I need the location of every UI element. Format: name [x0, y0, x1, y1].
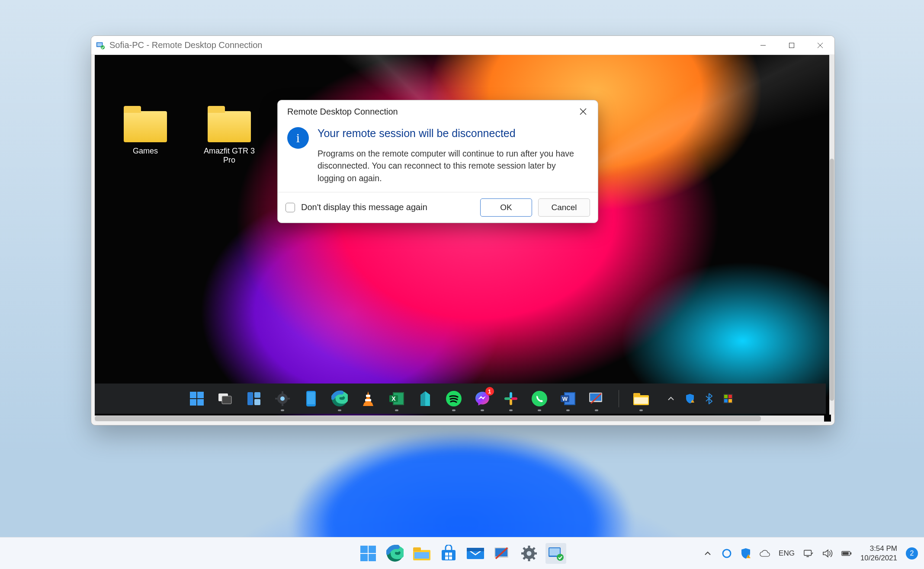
tray-battery-icon[interactable]: [841, 548, 852, 559]
desktop-icon-label: Amazfit GTR 3 Pro: [201, 147, 257, 165]
host-start-button[interactable]: [358, 543, 379, 564]
svg-text:!: !: [748, 555, 749, 558]
tray-date: 10/26/2021: [860, 553, 897, 563]
slack-button[interactable]: [502, 390, 520, 408]
svg-rect-57: [728, 399, 732, 403]
svg-rect-70: [449, 553, 452, 556]
rdp-titlebar[interactable]: Sofia-PC - Remote Desktop Connection: [91, 36, 834, 55]
whatsapp-button[interactable]: [530, 390, 549, 408]
svg-rect-71: [445, 556, 448, 559]
svg-rect-38: [510, 399, 512, 405]
maximize-button[interactable]: [777, 36, 806, 55]
vertical-scrollbar[interactable]: [829, 55, 834, 415]
scroll-thumb[interactable]: [95, 416, 761, 421]
remote-system-tray: !: [666, 393, 733, 404]
svg-rect-10: [197, 399, 204, 406]
vlc-button[interactable]: [359, 390, 377, 408]
dialog-title: Remote Desktop Connection: [287, 107, 398, 117]
svg-rect-14: [254, 392, 260, 398]
tray-cortana-icon[interactable]: [722, 548, 732, 559]
nvidia-icon[interactable]: [723, 393, 733, 404]
svg-rect-60: [360, 546, 368, 553]
svg-marker-28: [363, 403, 373, 406]
tray-volume-icon[interactable]: [822, 548, 833, 559]
host-settings-button[interactable]: [519, 543, 539, 564]
svg-rect-23: [307, 392, 315, 404]
settings-button[interactable]: [273, 390, 292, 408]
office-building-button[interactable]: [416, 390, 434, 408]
messenger-badge: 1: [485, 387, 494, 396]
svg-line-85: [533, 557, 535, 559]
scroll-thumb[interactable]: [830, 159, 834, 401]
remote-taskbar: X 1 W !: [95, 384, 826, 414]
svg-text:X: X: [391, 395, 396, 402]
tray-network-icon[interactable]: [803, 548, 814, 559]
dialog-heading: Your remote session will be disconnected: [318, 127, 577, 140]
svg-rect-12: [222, 396, 231, 404]
desktop-icon-amazfit[interactable]: Amazfit GTR 3 Pro: [201, 111, 257, 165]
chevron-up-icon[interactable]: [666, 393, 676, 404]
svg-rect-69: [445, 553, 448, 556]
dialog-titlebar[interactable]: Remote Desktop Connection: [278, 100, 598, 123]
host-system-tray: ! ENG 3:54 PM 10/26/2021 2: [703, 544, 918, 563]
bluetooth-icon[interactable]: [704, 393, 714, 404]
svg-point-40: [532, 391, 547, 406]
svg-rect-15: [254, 399, 260, 405]
svg-rect-7: [190, 392, 196, 398]
widgets-button[interactable]: [245, 390, 263, 408]
minimize-button[interactable]: [749, 36, 777, 55]
start-button[interactable]: [188, 390, 206, 408]
svg-rect-94: [804, 550, 812, 555]
word-button[interactable]: W: [559, 390, 577, 408]
excel-button[interactable]: X: [388, 390, 406, 408]
host-remote-desktop-running[interactable]: [545, 543, 566, 564]
close-button[interactable]: [806, 36, 834, 55]
svg-text:W: W: [562, 396, 568, 402]
svg-point-17: [280, 396, 285, 401]
tray-security-icon[interactable]: !: [741, 548, 751, 559]
edge-button[interactable]: [330, 390, 349, 408]
your-phone-button[interactable]: [302, 390, 320, 408]
dialog-close-button[interactable]: [574, 103, 592, 120]
svg-rect-67: [414, 552, 429, 559]
host-store-button[interactable]: [438, 543, 459, 564]
spotify-button[interactable]: [445, 390, 463, 408]
cancel-button[interactable]: Cancel: [538, 198, 590, 217]
ok-button[interactable]: OK: [480, 198, 532, 217]
horizontal-scrollbar[interactable]: [95, 416, 824, 422]
tray-datetime[interactable]: 3:54 PM 10/26/2021: [860, 544, 897, 563]
remote-desktop-button[interactable]: [587, 390, 606, 408]
tray-onedrive-icon[interactable]: [760, 548, 770, 559]
security-icon[interactable]: !: [685, 393, 695, 404]
svg-point-91: [723, 550, 731, 557]
svg-line-84: [523, 548, 525, 550]
svg-rect-98: [842, 552, 848, 554]
host-mail-button[interactable]: [465, 543, 486, 564]
messenger-button[interactable]: 1: [473, 390, 491, 408]
svg-rect-37: [504, 397, 510, 400]
rdp-window: Sofia-PC - Remote Desktop Connection Gam…: [91, 35, 835, 425]
window-controls: [749, 36, 834, 55]
svg-point-90: [557, 554, 564, 561]
host-file-explorer-button[interactable]: [411, 543, 432, 564]
dialog-body-text: Programs on the remote computer will con…: [318, 147, 577, 184]
tray-language[interactable]: ENG: [779, 549, 795, 558]
svg-marker-34: [425, 391, 430, 406]
host-edge-button[interactable]: [385, 543, 405, 564]
svg-rect-36: [510, 392, 512, 398]
svg-rect-66: [413, 547, 421, 551]
svg-rect-97: [850, 552, 851, 554]
svg-rect-50: [634, 397, 648, 404]
dont-show-label[interactable]: Don't display this message again: [301, 202, 427, 212]
svg-rect-89: [549, 548, 560, 556]
tray-chevron-up-icon[interactable]: [703, 548, 713, 559]
dont-show-checkbox[interactable]: [286, 203, 295, 212]
svg-point-79: [527, 551, 532, 556]
svg-rect-74: [467, 548, 484, 551]
svg-rect-61: [369, 546, 376, 553]
file-explorer-button[interactable]: [632, 390, 650, 408]
tray-notifications[interactable]: 2: [906, 547, 918, 559]
desktop-icon-games[interactable]: Games: [117, 111, 173, 156]
task-view-button[interactable]: [216, 390, 234, 408]
host-remote-desktop-pinned[interactable]: [492, 543, 513, 564]
